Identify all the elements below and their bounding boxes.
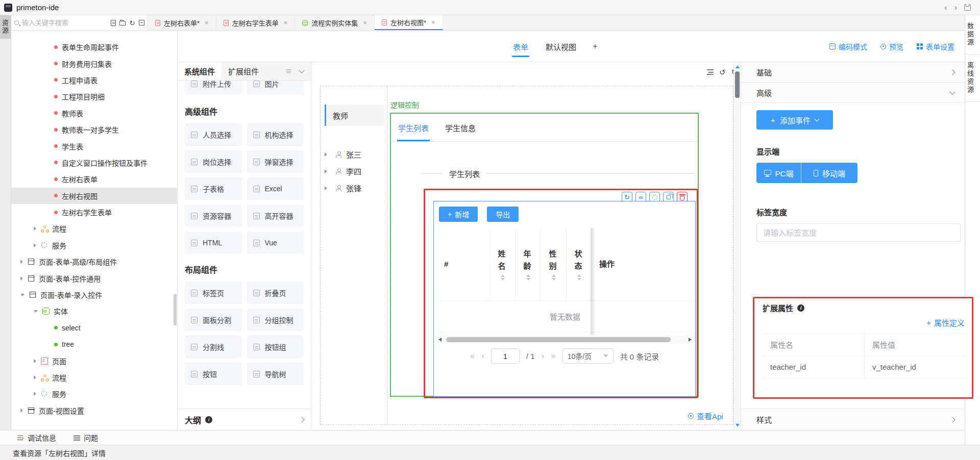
person-tree-item[interactable]: 张三 — [325, 146, 361, 163]
tree-item[interactable]: select — [11, 320, 177, 336]
save-icon[interactable] — [964, 4, 971, 11]
selected-widget-frame[interactable]: ↻ ∞ ↻ +新增 导出 — [424, 189, 698, 398]
expand-arrow-icon[interactable] — [20, 408, 23, 413]
expand-arrow-icon[interactable] — [20, 276, 23, 280]
tree-item[interactable]: 流程 — [11, 220, 177, 237]
preview-button[interactable]: 预览 — [880, 41, 903, 52]
teacher-tree-selected-item[interactable]: 教师 — [325, 105, 384, 126]
label-width-input[interactable] — [756, 223, 961, 242]
palette-item[interactable]: 按钮 — [185, 363, 242, 385]
editor-tab[interactable]: 流程实例实体集 × — [295, 15, 375, 30]
tree-item[interactable]: 左树右视图 — [11, 188, 177, 204]
tree-item[interactable]: 学生表 — [11, 138, 177, 154]
expand-arrow-icon[interactable] — [34, 310, 38, 313]
logic-control-widget[interactable]: 学生列表 学生信息 学生列表 ↻ ∞ ↻ — [390, 113, 699, 397]
tree-item[interactable]: 自定义窗口操作按钮及事件 — [11, 155, 177, 171]
form-settings-button[interactable]: 表单设置 — [917, 41, 954, 52]
tree-item[interactable]: 工程项目明细 — [11, 88, 177, 105]
palette-item[interactable]: 机构选择 — [247, 123, 304, 146]
tree-item[interactable]: 左树右表单 — [11, 171, 177, 187]
tree-item[interactable]: 页面-视图设置 — [11, 402, 177, 419]
palette-item[interactable]: 人员选择 — [185, 123, 242, 146]
problems-tab[interactable]: 问题 — [74, 432, 98, 443]
person-tree-item[interactable]: 李四 — [325, 163, 361, 180]
tree-item[interactable]: 页面 — [11, 352, 177, 369]
tab-system-components[interactable]: 系统组件 — [178, 62, 222, 80]
sort-icon[interactable] — [501, 274, 505, 280]
tab-student-list[interactable]: 学生列表 — [397, 114, 430, 141]
editor-tab[interactable]: 左树右视图* × — [375, 15, 443, 30]
add-button[interactable]: +新增 — [439, 207, 478, 222]
collapse-all-icon[interactable] — [139, 20, 144, 25]
code-mode-button[interactable]: 编码模式 — [829, 41, 867, 52]
mobile-side-button[interactable]: 移动端 — [801, 163, 857, 183]
outline-tree-icon[interactable] — [707, 69, 714, 75]
scrollbar-thumb[interactable] — [735, 71, 740, 98]
scroll-right-icon[interactable] — [689, 338, 692, 342]
expand-arrow-icon[interactable] — [325, 169, 327, 173]
tree-item[interactable]: 教师表 — [11, 105, 177, 121]
expand-arrow-icon[interactable] — [34, 392, 36, 396]
scroll-up-icon[interactable] — [736, 65, 740, 68]
expand-arrow-icon[interactable] — [20, 294, 24, 296]
expand-arrow-icon[interactable] — [20, 260, 23, 264]
tree-item[interactable]: tree — [11, 336, 177, 352]
palette-item[interactable]: 折叠页 — [247, 282, 304, 304]
debug-info-tab[interactable]: 调试信息 — [17, 432, 56, 443]
editor-tab[interactable]: 左树右学生表单 × — [216, 15, 296, 30]
section-basic[interactable]: 基础 — [741, 62, 965, 83]
palette-item[interactable]: 分割线 — [185, 336, 242, 358]
rail-tab-resources[interactable]: 资源 — [0, 15, 11, 39]
add-property-link[interactable]: + 属性定义 — [763, 317, 965, 328]
tree-item[interactable]: 财务费用归集表 — [11, 55, 177, 71]
horizontal-scrollbar[interactable] — [437, 336, 693, 343]
tree-item[interactable]: 工程申请表 — [11, 72, 177, 88]
palette-item[interactable]: 按钮组 — [247, 336, 304, 358]
add-view-button[interactable]: + — [593, 41, 598, 52]
close-icon[interactable]: × — [431, 18, 435, 26]
tab-extend-components[interactable]: 扩展组件 — [222, 62, 265, 80]
sort-icon[interactable] — [552, 274, 556, 280]
close-icon[interactable]: × — [205, 19, 209, 27]
close-icon[interactable]: × — [284, 19, 288, 27]
editor-tab[interactable]: 左树右表单* × — [148, 15, 216, 30]
expand-arrow-icon[interactable] — [34, 375, 36, 379]
person-tree-item[interactable]: 张锋 — [325, 180, 361, 196]
expand-arrow-icon[interactable] — [34, 226, 36, 231]
palette-item[interactable]: HTML — [185, 232, 242, 254]
search-input[interactable] — [22, 19, 109, 27]
table-column-header[interactable]: 操作 — [592, 228, 693, 300]
palette-item[interactable]: 高开容器 — [247, 205, 304, 227]
canvas-vertical-scrollbar[interactable] — [733, 62, 741, 430]
page-input[interactable] — [491, 348, 520, 364]
table-row[interactable]: teacher_id v_teacher_id — [763, 356, 967, 378]
table-column-header[interactable]: 状态 — [567, 228, 592, 300]
palette-item[interactable]: 标签页 — [185, 282, 242, 304]
undo-icon[interactable]: ↺ — [719, 68, 726, 76]
chevron-right-icon[interactable] — [299, 417, 304, 422]
tree-item[interactable]: 服务 — [11, 237, 177, 253]
tree-item[interactable]: 页面-表单-高级/布局组件 — [11, 253, 177, 270]
table-column-header[interactable]: # — [437, 228, 490, 300]
sort-icon[interactable] — [577, 274, 581, 280]
palette-item[interactable]: 面板分割 — [185, 309, 242, 331]
scroll-left-icon[interactable] — [438, 338, 442, 342]
sort-icon[interactable] — [526, 274, 530, 280]
palette-item[interactable]: 岗位选择 — [185, 150, 242, 173]
expand-arrow-icon[interactable] — [34, 243, 36, 247]
page-size-select[interactable]: 10条/页 — [562, 348, 614, 364]
student-grid-widget[interactable]: +新增 导出 # 姓名 — [433, 201, 696, 397]
canvas-root-container[interactable]: 教师 张三 李四 张锋 逻辑控制 学生 — [320, 86, 733, 425]
prev-page-button[interactable]: ‹ — [481, 351, 484, 361]
close-icon[interactable]: × — [363, 19, 367, 27]
expand-arrow-icon[interactable] — [34, 359, 36, 363]
tree-item[interactable]: 左树右学生表单 — [11, 204, 177, 220]
outline-bar[interactable]: 大纲 — [178, 408, 311, 430]
tree-item[interactable]: 表单生命周起事件 — [11, 39, 177, 55]
tab-student-info[interactable]: 学生信息 — [444, 114, 477, 141]
tree-item[interactable]: 页面-表单-控件通用 — [11, 270, 177, 286]
palette-item[interactable]: 附件上传 — [185, 81, 242, 95]
add-event-button[interactable]: + 添加事件 — [756, 110, 833, 130]
palette-item[interactable]: 导航树 — [247, 363, 304, 385]
tree-item[interactable]: 实体 — [11, 303, 177, 319]
